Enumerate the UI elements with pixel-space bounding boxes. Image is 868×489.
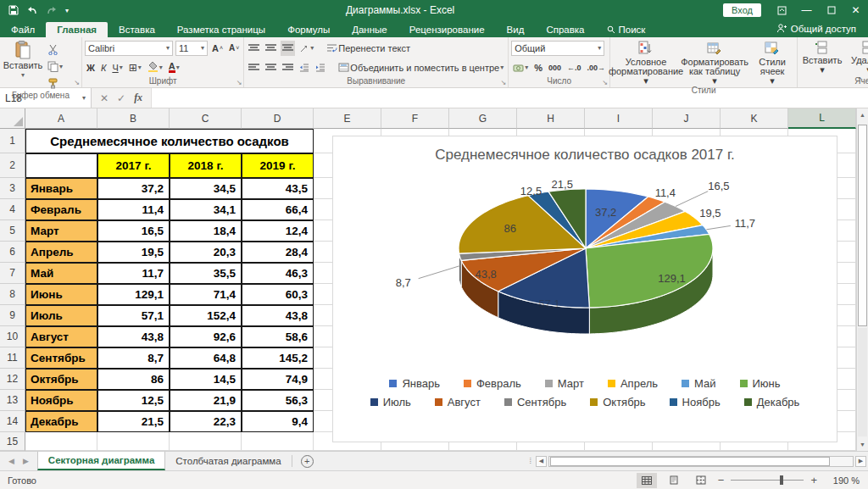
ribbon-tab-Формулы[interactable]: Формулы: [276, 22, 341, 37]
value-cell[interactable]: 11,4: [97, 199, 170, 220]
cell[interactable]: [170, 432, 242, 451]
value-cell[interactable]: 20,3: [170, 242, 242, 263]
ribbon-tab-Справка[interactable]: Справка: [535, 22, 595, 37]
borders-button[interactable]: ⊞▾: [127, 60, 143, 75]
row-header-10[interactable]: 10: [0, 326, 25, 347]
value-cell[interactable]: 34,1: [170, 199, 242, 220]
month-cell[interactable]: Июнь: [25, 284, 97, 305]
value-cell[interactable]: 145,2: [242, 347, 314, 369]
row-header-15[interactable]: 15: [0, 432, 25, 451]
ribbon-tab-Рецензирование[interactable]: Рецензирование: [398, 22, 496, 37]
decrease-indent-icon[interactable]: [298, 60, 311, 75]
legend-item-Август[interactable]: Август: [435, 396, 481, 408]
month-cell[interactable]: Январь: [25, 178, 97, 199]
vertical-scroll-thumb[interactable]: [858, 125, 867, 326]
orientation-button[interactable]: ▾: [298, 41, 315, 56]
value-cell[interactable]: 8,7: [97, 347, 170, 369]
value-cell[interactable]: 43,5: [242, 178, 314, 199]
row-header-7[interactable]: 7: [0, 263, 25, 284]
value-cell[interactable]: 60,3: [242, 284, 314, 305]
comma-style-button[interactable]: 000: [547, 60, 563, 75]
scroll-up-icon[interactable]: ▲: [857, 108, 868, 121]
paste-button[interactable]: Вставить ▾: [3, 39, 43, 80]
collapse-ribbon-icon[interactable]: ⌃: [856, 76, 863, 85]
column-header-E[interactable]: E: [314, 108, 381, 129]
value-cell[interactable]: 74,9: [242, 369, 314, 390]
sheet-tab-sektornaya[interactable]: Секторная диаграмма: [37, 452, 165, 470]
align-center-icon[interactable]: [264, 60, 278, 75]
month-cell[interactable]: Март: [25, 220, 97, 242]
row-header-1[interactable]: 1: [0, 129, 25, 153]
redo-button[interactable]: [46, 6, 58, 15]
cell-styles-button[interactable]: Стили ячеек▾: [750, 39, 794, 86]
month-cell[interactable]: Сентябрь: [25, 347, 97, 369]
value-cell[interactable]: 43,8: [242, 305, 314, 326]
zoom-out-button[interactable]: −: [718, 475, 725, 486]
value-cell[interactable]: 28,4: [242, 242, 314, 263]
row-header-4[interactable]: 4: [0, 199, 25, 220]
increase-indent-icon[interactable]: [314, 60, 327, 75]
cell[interactable]: [25, 432, 97, 451]
row-header-9[interactable]: 9: [0, 305, 25, 326]
clipboard-dialog-launcher-icon[interactable]: ↘: [74, 80, 80, 86]
legend-item-Январь[interactable]: Январь: [389, 377, 440, 390]
value-cell[interactable]: 16,5: [97, 220, 170, 242]
hscroll-left-icon[interactable]: ◀: [536, 456, 547, 467]
select-all-corner[interactable]: [0, 108, 25, 129]
cell[interactable]: [242, 432, 314, 451]
align-right-icon[interactable]: [281, 60, 295, 75]
legend-item-Сентябрь[interactable]: Сентябрь: [504, 396, 566, 408]
column-header-J[interactable]: J: [653, 108, 721, 129]
row-header-5[interactable]: 5: [0, 220, 25, 242]
align-left-icon[interactable]: [247, 60, 261, 75]
copy-button[interactable]: ▾: [46, 58, 64, 74]
vertical-scrollbar[interactable]: ▲ ▼: [856, 108, 868, 451]
year-header-cell[interactable]: 2017 г.: [97, 153, 170, 178]
share-button[interactable]: Общий доступ: [776, 23, 868, 37]
value-cell[interactable]: 71,4: [170, 284, 242, 305]
scroll-down-icon[interactable]: ▼: [857, 438, 868, 451]
value-cell[interactable]: 11,7: [97, 263, 170, 284]
value-cell[interactable]: 37,2: [97, 178, 170, 199]
confirm-entry-icon[interactable]: ✓: [117, 92, 125, 104]
value-cell[interactable]: 22,3: [170, 411, 242, 432]
bold-button[interactable]: Ж: [85, 60, 97, 75]
column-header-I[interactable]: I: [585, 108, 653, 129]
row-header-11[interactable]: 11: [0, 347, 25, 369]
ribbon-tab-Разметка страницы[interactable]: Разметка страницы: [166, 22, 276, 37]
align-middle-icon[interactable]: [264, 41, 278, 56]
column-header-B[interactable]: B: [97, 108, 170, 129]
increase-decimal-icon[interactable]: ←.0: [565, 60, 583, 75]
column-header-K[interactable]: K: [721, 108, 788, 129]
value-cell[interactable]: 12,5: [97, 390, 170, 411]
conditional-formatting-button[interactable]: Условное форматирование▾: [613, 39, 679, 86]
column-header-L[interactable]: L: [788, 108, 856, 129]
ribbon-tab-Файл[interactable]: Файл: [0, 22, 46, 37]
legend-item-Декабрь[interactable]: Декабрь: [744, 396, 800, 408]
close-button[interactable]: ✕: [843, 0, 868, 20]
year-header-cell[interactable]: 2018 г.: [170, 153, 242, 178]
sign-in-button[interactable]: Вход: [723, 3, 761, 17]
cancel-entry-icon[interactable]: ✕: [100, 92, 108, 104]
horizontal-scrollbar[interactable]: [548, 456, 854, 467]
month-cell[interactable]: Октябрь: [25, 369, 97, 390]
format-as-table-button[interactable]: Форматировать как таблицу▾: [682, 39, 748, 86]
legend-item-Март[interactable]: Март: [545, 377, 584, 390]
value-cell[interactable]: 35,5: [170, 263, 242, 284]
value-cell[interactable]: 18,4: [170, 220, 242, 242]
zoom-in-button[interactable]: +: [810, 475, 817, 486]
undo-button[interactable]: [26, 6, 38, 15]
horizontal-scroll-thumb[interactable]: [550, 457, 830, 466]
legend-item-Июль[interactable]: Июль: [370, 396, 411, 408]
legend-item-Октябрь[interactable]: Октябрь: [590, 396, 645, 408]
next-sheet-icon[interactable]: ▶: [23, 457, 29, 465]
page-layout-view-icon[interactable]: [664, 473, 684, 488]
column-header-A[interactable]: A: [25, 108, 97, 129]
month-cell[interactable]: Декабрь: [25, 411, 97, 432]
value-cell[interactable]: 64,8: [170, 347, 242, 369]
legend-item-Февраль[interactable]: Февраль: [464, 377, 521, 390]
value-cell[interactable]: 21,9: [170, 390, 242, 411]
ribbon-tab-Главная[interactable]: Главная: [46, 22, 108, 37]
value-cell[interactable]: 9,4: [242, 411, 314, 432]
prev-sheet-icon[interactable]: ◀: [8, 457, 14, 465]
